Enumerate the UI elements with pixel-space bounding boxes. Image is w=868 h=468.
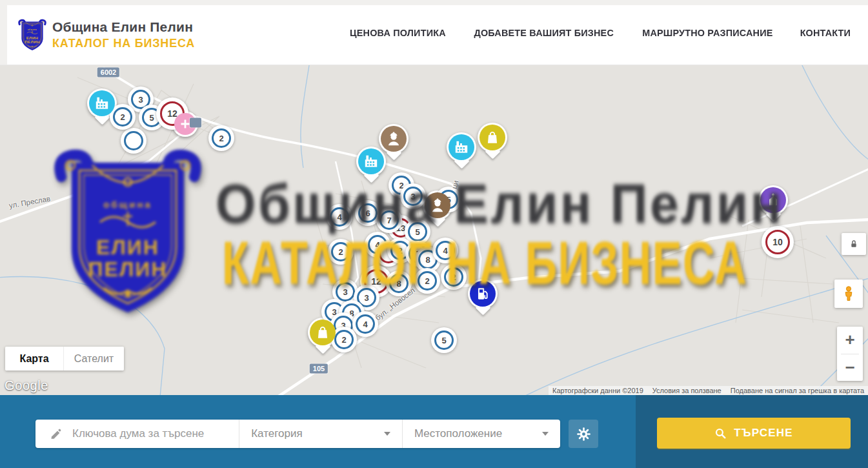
pencil-icon	[50, 428, 62, 440]
cluster-marker[interactable]: 2	[414, 268, 440, 294]
map-canvas[interactable]: 3251222356413754227842212833383425106002…	[0, 65, 868, 395]
gear-icon	[576, 427, 591, 442]
attribution-copyright: Картографски данни ©2019	[552, 387, 643, 394]
lock-button[interactable]	[842, 233, 866, 255]
cluster-marker[interactable]: 5	[431, 327, 457, 353]
location-dropdown[interactable]: Местоположение	[402, 420, 560, 448]
pegman-icon	[840, 285, 857, 302]
header: Община Елин Пелин КАТАЛОГ НА БИЗНЕСА ЦЕН…	[0, 0, 868, 65]
chevron-down-icon	[384, 432, 390, 436]
cluster-marker[interactable]: 2	[441, 264, 467, 290]
zoom-in-button[interactable]: +	[837, 327, 863, 354]
poi-marker-bag[interactable]	[478, 123, 507, 152]
municipality-crest-icon	[18, 14, 46, 56]
search-button-label: ТЪРСЕНЕ	[734, 427, 793, 440]
main-nav: ЦЕНОВА ПОЛИТИКА ДОБАВЕТЕ ВАШИЯТ БИЗНЕС М…	[348, 0, 852, 65]
location-value: Местоположение	[414, 427, 502, 440]
header-left-strip	[0, 0, 7, 65]
map-type-satellite-button[interactable]: Сателит	[63, 347, 124, 371]
site-subtitle: КАТАЛОГ НА БИЗНЕСА	[52, 37, 195, 50]
zoom-out-button[interactable]: −	[837, 354, 863, 382]
report-error-link[interactable]: Подаване на сигнал за грешка в картата	[731, 387, 864, 394]
street-name-label: ци	[450, 179, 460, 190]
poi-marker-fuel[interactable]	[468, 279, 498, 309]
advanced-settings-button[interactable]	[569, 420, 598, 448]
pegman-button[interactable]	[834, 280, 863, 308]
keyword-section	[35, 420, 239, 448]
category-value: Категория	[251, 427, 302, 440]
poi-marker-worker[interactable]	[379, 124, 409, 154]
poi-marker-factory[interactable]	[356, 147, 386, 176]
chevron-down-icon	[542, 432, 549, 436]
map-attribution: Картографски данни ©2019 Условия за полз…	[549, 386, 868, 395]
cluster-marker[interactable]	[121, 128, 146, 154]
zoom-control: + −	[837, 327, 863, 381]
cluster-marker[interactable]: 3	[400, 183, 426, 209]
street-name-label: ул. Преслав	[8, 194, 51, 209]
cluster-marker[interactable]: 7	[376, 207, 402, 233]
keyword-input[interactable]	[71, 427, 222, 441]
nav-contacts[interactable]: КОНТАКТИ	[800, 27, 851, 38]
nav-add-business[interactable]: ДОБАВЕТЕ ВАШИЯТ БИЗНЕС	[474, 27, 613, 38]
search-form: Категория Местоположение	[35, 420, 560, 448]
cluster-marker[interactable]: 4	[327, 204, 352, 230]
cluster-marker[interactable]: 2	[208, 125, 234, 151]
poi-marker-factory[interactable]	[447, 132, 476, 162]
road-number-shield: 6002	[97, 68, 119, 77]
cluster-marker[interactable]: 4	[432, 238, 458, 263]
road-number-shield	[190, 118, 201, 128]
site-logo[interactable]: Община Елин Пелин КАТАЛОГ НА БИЗНЕСА	[18, 14, 195, 56]
site-title: Община Елин Пелин	[52, 19, 195, 35]
nav-pricing[interactable]: ЦЕНОВА ПОЛИТИКА	[350, 27, 446, 38]
search-bar-section: Категория Местоположение	[0, 395, 868, 468]
road-number-shield: 105	[310, 364, 328, 374]
category-dropdown[interactable]: Категория	[239, 420, 402, 448]
google-logo[interactable]: Google	[5, 378, 48, 393]
nav-route-schedule[interactable]: МАРШРУТНО РАЗПИСАНИЕ	[643, 27, 773, 38]
cluster-marker[interactable]: 2	[328, 239, 354, 265]
poi-marker-church[interactable]	[758, 185, 788, 215]
map-type-map-button[interactable]: Карта	[5, 347, 63, 371]
marker-layer: 3251222356413754227842212833383425106002…	[0, 65, 868, 395]
search-button[interactable]: ТЪРСЕНЕ	[657, 418, 851, 449]
lock-icon	[847, 238, 860, 250]
terms-link[interactable]: Условия за ползване	[652, 387, 722, 394]
map-type-control: Карта Сателит	[5, 347, 124, 371]
cluster-marker[interactable]: 10	[762, 226, 794, 258]
search-icon	[714, 427, 727, 440]
